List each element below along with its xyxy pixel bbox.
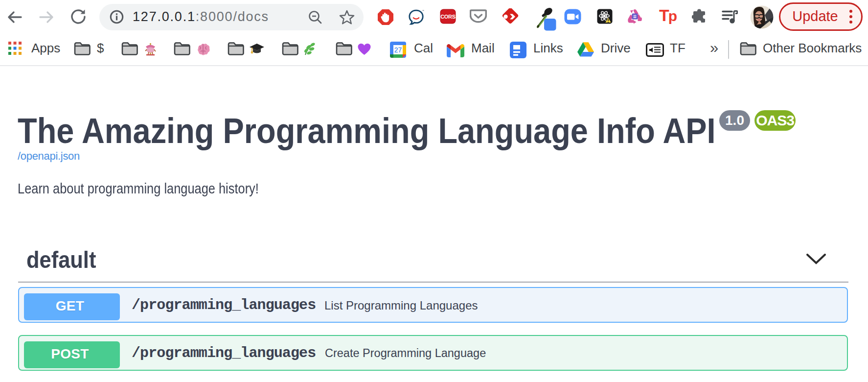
svg-text:27: 27	[394, 46, 402, 54]
svg-text:CORS: CORS	[440, 14, 456, 20]
